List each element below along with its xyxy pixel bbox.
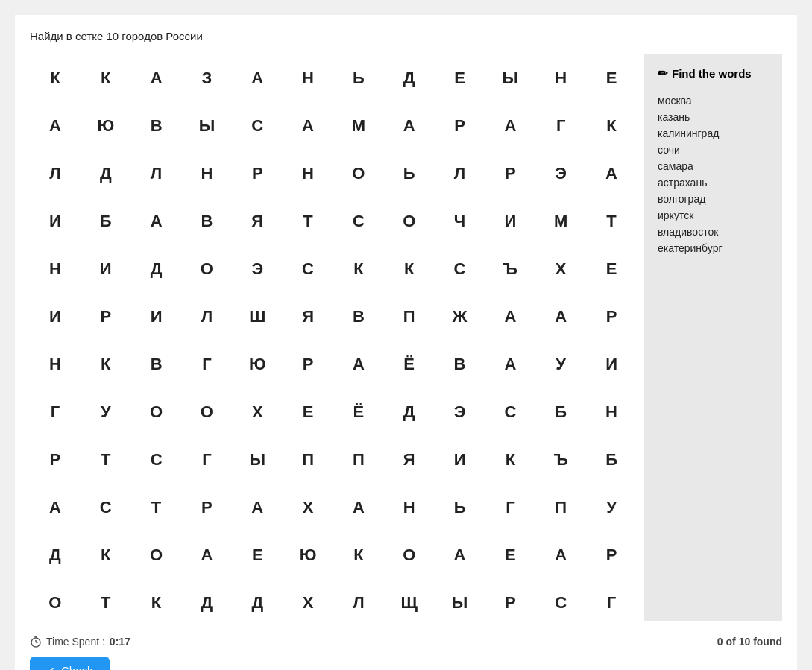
grid-cell[interactable]: И (81, 245, 131, 293)
grid-cell[interactable]: Ь (435, 484, 485, 531)
grid-cell[interactable]: В (131, 341, 182, 388)
grid-cell[interactable]: У (535, 341, 586, 388)
grid-cell[interactable]: Е (435, 54, 485, 102)
grid-cell[interactable]: М (333, 102, 384, 150)
grid-cell[interactable]: Н (283, 54, 333, 102)
grid-cell[interactable]: И (435, 436, 485, 484)
grid-cell[interactable]: С (435, 245, 485, 293)
grid-cell[interactable]: Р (283, 341, 333, 388)
grid-cell[interactable]: Н (283, 150, 333, 197)
grid-cell[interactable]: Т (586, 197, 637, 245)
grid-cell[interactable]: Н (384, 484, 435, 531)
grid-cell[interactable]: Ь (333, 54, 384, 102)
grid-cell[interactable]: Л (131, 150, 182, 197)
grid-cell[interactable]: С (131, 436, 182, 484)
grid-cell[interactable]: Б (81, 197, 131, 245)
grid-cell[interactable]: Е (283, 388, 333, 436)
grid-cell[interactable]: О (384, 531, 435, 579)
grid-cell[interactable]: Э (435, 388, 485, 436)
grid-cell[interactable]: Г (181, 341, 232, 388)
grid-cell[interactable]: Б (586, 436, 637, 484)
grid-cell[interactable]: Б (535, 388, 586, 436)
grid-cell[interactable]: К (30, 54, 81, 102)
grid-cell[interactable]: Н (586, 388, 637, 436)
grid-cell[interactable]: А (30, 484, 81, 531)
grid-cell[interactable]: Н (181, 150, 232, 197)
grid-cell[interactable]: Я (283, 293, 333, 341)
grid-cell[interactable]: А (181, 531, 232, 579)
grid-cell[interactable]: Ы (485, 54, 535, 102)
grid-cell[interactable]: Р (81, 293, 131, 341)
grid-cell[interactable]: И (485, 197, 535, 245)
grid-cell[interactable]: М (535, 197, 586, 245)
grid-cell[interactable]: Ю (232, 341, 283, 388)
grid-cell[interactable]: Г (181, 436, 232, 484)
grid-cell[interactable]: А (283, 102, 333, 150)
grid-cell[interactable]: Д (131, 245, 182, 293)
grid-cell[interactable]: А (333, 484, 384, 531)
grid-cell[interactable]: О (131, 531, 182, 579)
grid-cell[interactable]: С (81, 484, 131, 531)
grid-cell[interactable]: Я (232, 197, 283, 245)
grid-cell[interactable]: Г (586, 579, 637, 627)
grid-cell[interactable]: Д (384, 388, 435, 436)
grid-cell[interactable]: Ё (333, 388, 384, 436)
grid-cell[interactable]: П (535, 484, 586, 531)
grid-cell[interactable]: Н (30, 245, 81, 293)
grid-cell[interactable]: Т (131, 484, 182, 531)
grid-cell[interactable]: К (333, 245, 384, 293)
grid-cell[interactable]: А (333, 341, 384, 388)
grid-cell[interactable]: Р (485, 150, 535, 197)
grid-cell[interactable]: О (131, 388, 182, 436)
grid-cell[interactable]: Щ (384, 579, 435, 627)
grid-cell[interactable]: Р (232, 150, 283, 197)
grid-cell[interactable]: Р (30, 436, 81, 484)
grid-cell[interactable]: К (81, 341, 131, 388)
grid-cell[interactable]: Ь (384, 150, 435, 197)
grid-cell[interactable]: П (384, 293, 435, 341)
grid-cell[interactable]: А (131, 54, 182, 102)
grid-cell[interactable]: З (181, 54, 232, 102)
grid-cell[interactable]: Ы (181, 102, 232, 150)
grid-cell[interactable]: У (586, 484, 637, 531)
grid-cell[interactable]: А (485, 341, 535, 388)
grid-cell[interactable]: А (131, 197, 182, 245)
grid-cell[interactable]: Н (535, 54, 586, 102)
grid-cell[interactable]: А (435, 531, 485, 579)
grid-cell[interactable]: В (435, 341, 485, 388)
grid-cell[interactable]: Г (30, 388, 81, 436)
grid-cell[interactable]: И (131, 293, 182, 341)
grid-cell[interactable]: Т (81, 436, 131, 484)
grid-cell[interactable]: Д (81, 150, 131, 197)
grid-cell[interactable]: О (181, 388, 232, 436)
grid-cell[interactable]: Е (232, 531, 283, 579)
grid-cell[interactable]: П (333, 436, 384, 484)
grid-cell[interactable]: С (333, 197, 384, 245)
grid-cell[interactable]: А (586, 150, 637, 197)
grid-cell[interactable]: Ъ (485, 245, 535, 293)
grid-cell[interactable]: Д (30, 531, 81, 579)
grid-cell[interactable]: Ч (435, 197, 485, 245)
grid-cell[interactable]: К (384, 245, 435, 293)
grid-cell[interactable]: Ю (81, 102, 131, 150)
grid-cell[interactable]: Р (586, 293, 637, 341)
grid-cell[interactable]: Я (384, 436, 435, 484)
grid-cell[interactable]: О (333, 150, 384, 197)
grid-cell[interactable]: Т (283, 197, 333, 245)
grid-cell[interactable]: Е (586, 54, 637, 102)
grid-cell[interactable]: В (181, 197, 232, 245)
grid-cell[interactable]: А (535, 531, 586, 579)
grid-cell[interactable]: Ы (232, 436, 283, 484)
grid-cell[interactable]: Р (485, 579, 535, 627)
grid-cell[interactable]: Е (586, 245, 637, 293)
grid-cell[interactable]: В (131, 102, 182, 150)
check-button[interactable]: ✔ Check (30, 657, 110, 670)
grid-cell[interactable]: А (232, 484, 283, 531)
grid-cell[interactable]: Х (232, 388, 283, 436)
grid-cell[interactable]: А (30, 102, 81, 150)
grid-cell[interactable]: С (485, 388, 535, 436)
grid-cell[interactable]: К (131, 579, 182, 627)
grid-cell[interactable]: О (181, 245, 232, 293)
grid-cell[interactable]: Ъ (535, 436, 586, 484)
grid-cell[interactable]: П (283, 436, 333, 484)
